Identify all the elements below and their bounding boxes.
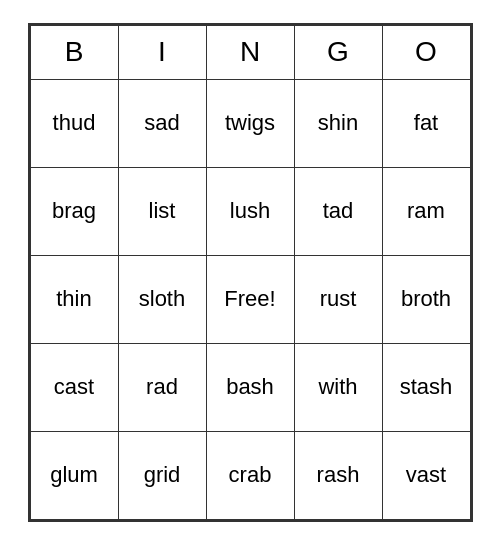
cell-r3-c4: stash [382, 343, 470, 431]
header-o: O [382, 25, 470, 79]
header-b: B [30, 25, 118, 79]
cell-r1-c3: tad [294, 167, 382, 255]
table-row: thudsadtwigsshinfat [30, 79, 470, 167]
table-row: glumgridcrabrashvast [30, 431, 470, 519]
cell-r2-c3: rust [294, 255, 382, 343]
cell-r2-c2: Free! [206, 255, 294, 343]
cell-r4-c2: crab [206, 431, 294, 519]
cell-r2-c4: broth [382, 255, 470, 343]
header-g: G [294, 25, 382, 79]
header-i: I [118, 25, 206, 79]
cell-r0-c4: fat [382, 79, 470, 167]
cell-r3-c1: rad [118, 343, 206, 431]
table-row: braglistlushtadram [30, 167, 470, 255]
cell-r0-c2: twigs [206, 79, 294, 167]
cell-r4-c3: rash [294, 431, 382, 519]
cell-r4-c1: grid [118, 431, 206, 519]
header-row: B I N G O [30, 25, 470, 79]
cell-r0-c1: sad [118, 79, 206, 167]
cell-r3-c2: bash [206, 343, 294, 431]
table-row: castradbashwithstash [30, 343, 470, 431]
bingo-table: B I N G O thudsadtwigsshinfatbraglistlus… [30, 25, 471, 520]
header-n: N [206, 25, 294, 79]
cell-r0-c0: thud [30, 79, 118, 167]
cell-r2-c1: sloth [118, 255, 206, 343]
cell-r3-c3: with [294, 343, 382, 431]
cell-r1-c4: ram [382, 167, 470, 255]
cell-r4-c0: glum [30, 431, 118, 519]
cell-r1-c1: list [118, 167, 206, 255]
cell-r1-c0: brag [30, 167, 118, 255]
cell-r1-c2: lush [206, 167, 294, 255]
table-row: thinslothFree!rustbroth [30, 255, 470, 343]
cell-r4-c4: vast [382, 431, 470, 519]
cell-r0-c3: shin [294, 79, 382, 167]
cell-r2-c0: thin [30, 255, 118, 343]
bingo-card: B I N G O thudsadtwigsshinfatbraglistlus… [28, 23, 473, 522]
cell-r3-c0: cast [30, 343, 118, 431]
